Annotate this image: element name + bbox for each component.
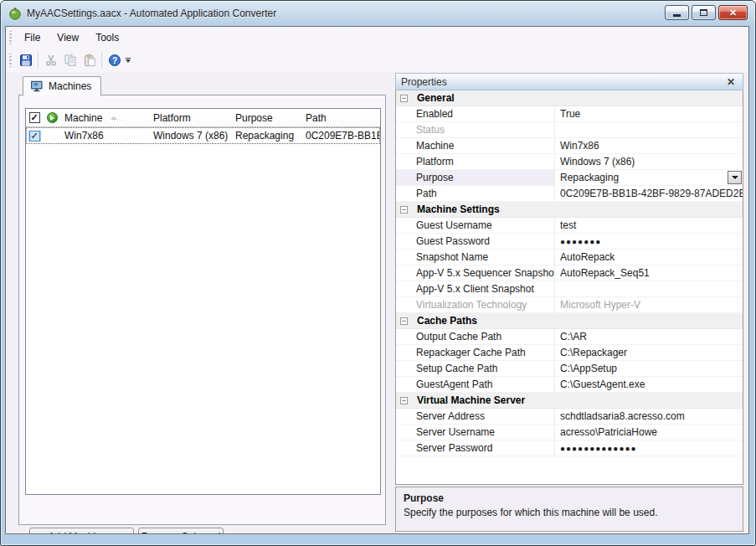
save-icon [19,54,33,67]
property-row[interactable]: Path0C209E7B-BB1B-42BF-9829-87ADED2E8 [396,186,743,202]
collapse-icon[interactable]: − [400,206,408,214]
properties-title: Properties [401,76,447,88]
property-row[interactable]: Repackager Cache PathC:\Repackager [396,345,743,361]
property-label: Guest Username [396,218,555,233]
collapse-icon[interactable]: − [400,95,408,102]
property-section-header[interactable]: −Virtual Machine Server [396,393,743,409]
remove-selected-button[interactable]: Remove Selected [138,528,224,534]
add-machine-button[interactable]: Add Machine... [29,528,134,534]
toolbar-overflow-button[interactable] [126,58,131,63]
property-row[interactable]: GuestAgent PathC:\GuestAgent.exe [396,377,743,393]
property-description: Purpose Specify the purposes for which t… [395,487,743,532]
maximize-button[interactable] [692,5,716,20]
app-window: MyAACSettings.aacx - Automated Applicati… [0,0,756,546]
tab-label: Machines [49,80,91,92]
toolbar-separator [101,53,102,68]
property-row[interactable]: Server Addressschdtladsaria8.acresso.com [396,409,743,425]
window-title: MyAACSettings.aacx - Automated Applicati… [27,8,276,19]
property-label: Server Username [396,425,555,440]
property-value: C:\AR [555,329,743,344]
path-cell: 0C209E7B-BB1B-... [302,130,380,142]
property-label: Path [396,186,555,201]
property-label: Repackager Cache Path [396,345,555,360]
property-label: Guest Password [396,234,555,249]
property-value: test [555,218,743,233]
run-status-column-icon[interactable] [47,112,58,123]
select-all-checkbox[interactable]: ✓ [29,112,40,123]
property-row[interactable]: Guest Password●●●●●●● [396,234,743,250]
column-header-machine[interactable]: Machine [61,112,150,124]
properties-title-bar[interactable]: Properties ✕ [395,73,743,90]
collapse-icon[interactable]: − [400,317,408,325]
property-row[interactable]: Server Usernameacresso\PatriciaHowe [396,425,743,440]
property-row[interactable]: Snapshot NameAutoRepack [396,250,743,265]
property-label: Enabled [396,106,555,121]
property-row[interactable]: Virtualization TechnologyMicrosoft Hyper… [396,297,743,313]
section-label: Virtual Machine Server [417,394,525,406]
property-row[interactable]: Server Password●●●●●●●●●●●●● [396,440,743,456]
column-header-path[interactable]: Path [302,112,380,124]
menubar: File View Tools [6,27,748,49]
section-label: Machine Settings [417,203,500,215]
properties-close-button[interactable]: ✕ [724,76,738,88]
column-header-platform[interactable]: Platform [150,112,232,124]
row-checkbox[interactable]: ✓ [29,131,40,142]
window-controls: ✕ [665,5,748,20]
property-section-header[interactable]: −Machine Settings [396,202,743,218]
property-row[interactable]: MachineWin7x86 [396,138,743,154]
property-row[interactable]: App-V 5.x Client Snapshot [396,281,743,297]
column-header-purpose[interactable]: Purpose [232,112,302,124]
property-row[interactable]: Guest Usernametest [396,218,743,234]
titlebar[interactable]: MyAACSettings.aacx - Automated Applicati… [1,1,755,26]
property-row[interactable]: Output Cache PathC:\AR [396,329,743,345]
property-label: App-V 5.x Client Snapshot [396,281,555,296]
property-section-header[interactable]: −Cache Paths [396,313,743,329]
menu-view[interactable]: View [49,29,87,46]
close-button[interactable]: ✕ [718,5,748,20]
property-grid: −GeneralEnabledTrueStatusMachineWin7x86P… [395,90,743,485]
property-label: Status [396,122,555,137]
section-label: Cache Paths [417,315,477,327]
minimize-button[interactable] [665,5,689,20]
property-label: Machine [396,138,555,153]
property-row[interactable]: Setup Cache PathC:\AppSetup [396,361,743,377]
save-button[interactable] [16,51,35,70]
property-value [555,122,743,137]
property-label: Server Address [396,409,555,424]
machines-tab-page: ✓ Machine Platform Purpose Path ✓Win7x86… [18,95,386,525]
purpose-cell: Repackaging [232,130,302,142]
copy-icon [64,54,77,67]
copy-button[interactable] [60,51,80,70]
table-row[interactable]: ✓Win7x86Windows 7 (x86)Repackaging0C209E… [26,127,380,144]
property-row[interactable]: PlatformWindows 7 (x86) [396,154,743,170]
property-row[interactable]: PurposeRepackaging [396,170,743,186]
property-value: schdtladsaria8.acresso.com [555,409,743,424]
menubar-grip[interactable] [8,31,13,44]
maximize-icon [700,9,707,16]
properties-panel: Properties ✕ −GeneralEnabledTrueStatusMa… [395,73,743,532]
toolbar-grip[interactable] [8,54,13,67]
cut-button[interactable] [41,51,60,70]
description-text: Specify the purposes for which this mach… [404,507,735,518]
property-label: GuestAgent Path [396,377,555,392]
paste-button[interactable] [80,51,99,70]
help-button[interactable]: ? [105,51,124,70]
purpose-dropdown-button[interactable] [728,171,742,184]
help-icon: ? [108,54,121,67]
property-section-header[interactable]: −General [396,90,743,106]
collapse-icon[interactable]: − [400,397,408,404]
property-value [555,281,743,296]
menu-file[interactable]: File [16,29,49,46]
menu-tools[interactable]: Tools [87,29,127,46]
property-label: Setup Cache Path [396,361,555,376]
property-row[interactable]: Status [396,122,743,138]
property-row[interactable]: EnabledTrue [396,106,743,122]
description-title: Purpose [404,492,735,504]
table-header: ✓ Machine Platform Purpose Path [26,109,380,127]
property-value: Microsoft Hyper-V [555,297,743,312]
tab-machines[interactable]: Machines [23,76,101,95]
monitor-icon [30,80,44,92]
property-row[interactable]: App-V 5.x Sequencer SnapshotAutoRepack_S… [396,265,743,281]
property-value: Windows 7 (x86) [555,154,743,169]
machine-listview[interactable]: ✓ Machine Platform Purpose Path ✓Win7x86… [25,108,381,495]
